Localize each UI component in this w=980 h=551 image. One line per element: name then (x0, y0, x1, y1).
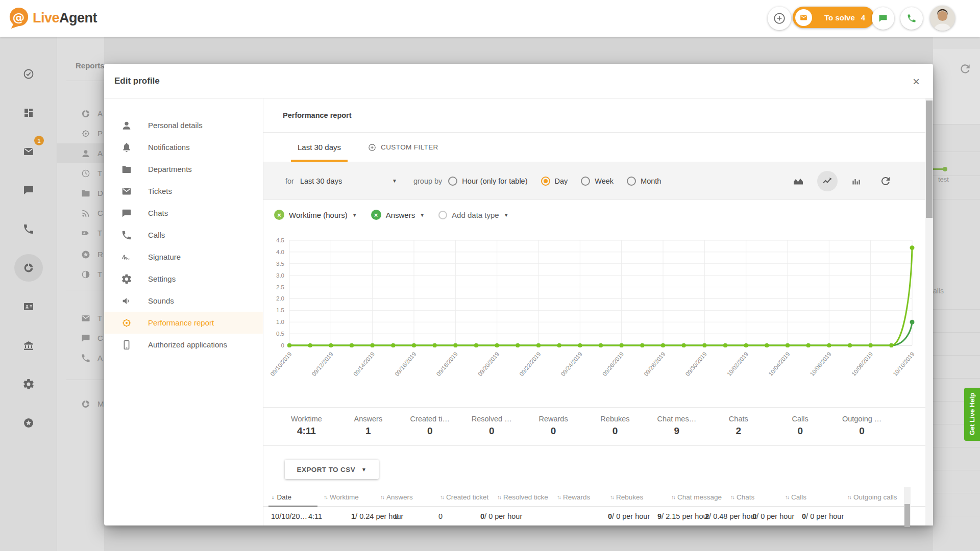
area-chart-button[interactable] (788, 171, 808, 191)
create-new-button[interactable] (768, 7, 791, 30)
to-solve-label: To solve (824, 13, 855, 22)
to-solve-button[interactable]: To solve 4 (793, 7, 874, 28)
modal-scrollbar-thumb[interactable] (926, 101, 933, 218)
nav-item-sounds[interactable]: Sounds (104, 290, 263, 312)
radio-week[interactable]: Week (581, 177, 614, 186)
radio-selected-icon (541, 177, 550, 186)
sound-icon (121, 295, 132, 307)
range-select[interactable]: Last 30 days ▼ (300, 177, 397, 185)
column-resolved-tickets[interactable]: ↑↓Resolved ticke (497, 487, 548, 507)
phone-icon (906, 13, 917, 23)
sort-icon: ↑↓ (497, 494, 501, 500)
svg-text:10/02/2019: 10/02/2019 (726, 351, 749, 378)
chat-icon (121, 208, 132, 219)
line-chart-button[interactable] (817, 171, 838, 191)
tab-last-30-days[interactable]: Last 30 days (291, 133, 348, 162)
table-scrollbar[interactable] (904, 487, 911, 525)
tab-custom-filter[interactable]: CUSTOM FILTER (361, 133, 445, 162)
nav-item-notifications[interactable]: Notifications (104, 136, 263, 158)
remove-icon[interactable]: × (274, 210, 284, 220)
column-chat-messages[interactable]: ↑↓Chat message (671, 487, 722, 507)
calls-header-button[interactable] (900, 7, 923, 30)
person-icon (121, 120, 132, 131)
for-label: for (285, 177, 294, 185)
refresh-button[interactable] (875, 171, 896, 191)
export-to-csv-button[interactable]: EXPORT TO CSV ▼ (285, 460, 379, 479)
svg-text:2.0: 2.0 (276, 295, 284, 302)
stats-row: Worktime4:11 Answers1 Created ti…0 Resol… (263, 407, 925, 446)
nav-item-personal-details[interactable]: Personal details (104, 114, 263, 136)
table-row[interactable]: 10/10/20… 4:11 1 / 0.24 per hour 0 0 0 /… (263, 507, 925, 525)
modal-scrollbar[interactable] (925, 98, 933, 525)
nav-item-performance-report[interactable]: Performance report (104, 312, 263, 334)
column-rebukes[interactable]: ↑↓Rebukes (610, 487, 643, 507)
modal-title: Edit profile (114, 76, 160, 86)
column-worktime[interactable]: ↑↓Worktime (324, 487, 359, 507)
svg-text:3.5: 3.5 (276, 261, 284, 267)
nav-item-tickets[interactable]: Tickets (104, 180, 263, 202)
close-icon[interactable]: × (908, 73, 925, 90)
remove-icon[interactable]: × (371, 210, 381, 220)
stat-answers: Answers1 (337, 408, 399, 445)
app-header: @ LiveAgent To solve 4 (0, 0, 980, 37)
nav-item-chats[interactable]: Chats (104, 202, 263, 224)
radio-month[interactable]: Month (627, 177, 661, 186)
gear-icon (121, 273, 132, 285)
sort-icon: ↑↓ (610, 494, 614, 500)
svg-text:09/18/2019: 09/18/2019 (435, 351, 459, 378)
sort-icon: ↑↓ (785, 494, 789, 500)
liveagent-logo[interactable]: @ LiveAgent (8, 7, 97, 29)
sort-icon: ↑↓ (730, 494, 734, 500)
user-avatar[interactable] (930, 6, 955, 31)
mail-icon (121, 186, 132, 197)
get-live-help-tab[interactable]: Get Live Help (964, 388, 980, 441)
edit-profile-modal: Edit profile × Personal details Notifica… (104, 64, 933, 525)
sort-icon: ↑↓ (557, 494, 560, 500)
svg-text:09/22/2019: 09/22/2019 (518, 351, 542, 378)
table-scrollbar-thumb[interactable] (904, 504, 910, 527)
stat-chats: Chats2 (707, 408, 769, 445)
radio-icon (581, 177, 590, 186)
sort-icon: ↑↓ (671, 494, 675, 500)
chats-header-button[interactable] (872, 7, 894, 30)
stat-worktime: Worktime4:11 (276, 408, 337, 445)
svg-text:1.5: 1.5 (276, 307, 284, 313)
nav-item-departments[interactable]: Departments (104, 158, 263, 180)
radio-hour[interactable]: Hour (only for table) (448, 177, 527, 186)
report-tabs: Last 30 days CUSTOM FILTER (263, 133, 925, 162)
add-data-type-button[interactable]: Add data type ▼ (438, 211, 508, 219)
nav-item-signature[interactable]: Signature (104, 246, 263, 268)
svg-text:09/14/2019: 09/14/2019 (352, 351, 376, 378)
column-created-tickets[interactable]: ↑↓Created ticket (440, 487, 488, 507)
performance-chart: 00.51.01.52.02.53.03.54.04.509/10/201909… (267, 229, 920, 392)
modal-content: Performance report Last 30 days CUSTOM F… (263, 98, 925, 525)
radio-icon (627, 177, 636, 186)
column-outgoing-calls[interactable]: ↑↓Outgoing calls (847, 487, 897, 507)
chip-worktime[interactable]: × Worktime (hours) ▼ (274, 210, 357, 220)
modal-nav: Personal details Notifications Departmen… (104, 98, 263, 525)
nav-item-authorized-applications[interactable]: Authorized applications (104, 334, 263, 356)
plus-circle-icon (368, 143, 377, 152)
svg-text:10/06/2019: 10/06/2019 (809, 351, 832, 378)
bar-chart-button[interactable] (846, 171, 867, 191)
column-rewards[interactable]: ↑↓Rewards (557, 487, 590, 507)
table-header: ↓Date ↑↓Worktime ↑↓Answers ↑↓Created tic… (263, 487, 925, 507)
avatar-photo (930, 6, 955, 31)
svg-text:@: @ (13, 10, 25, 24)
column-chats[interactable]: ↑↓Chats (730, 487, 754, 507)
nav-item-settings[interactable]: Settings (104, 268, 263, 290)
column-answers[interactable]: ↑↓Answers (380, 487, 413, 507)
caret-down-icon: ▼ (504, 212, 509, 218)
svg-text:1.0: 1.0 (276, 319, 284, 325)
column-date[interactable]: ↓Date (272, 487, 291, 507)
svg-text:10/10/2019: 10/10/2019 (892, 351, 915, 378)
caret-down-icon: ▼ (420, 212, 425, 218)
radio-day[interactable]: Day (541, 177, 568, 186)
svg-text:4.5: 4.5 (276, 237, 284, 243)
chip-answers[interactable]: × Answers ▼ (371, 210, 425, 220)
column-calls[interactable]: ↑↓Calls (785, 487, 806, 507)
folder-icon (121, 164, 132, 175)
svg-text:2.5: 2.5 (276, 284, 284, 290)
filter-bar: for Last 30 days ▼ group by Hour (only f… (263, 162, 925, 200)
nav-item-calls[interactable]: Calls (104, 224, 263, 246)
